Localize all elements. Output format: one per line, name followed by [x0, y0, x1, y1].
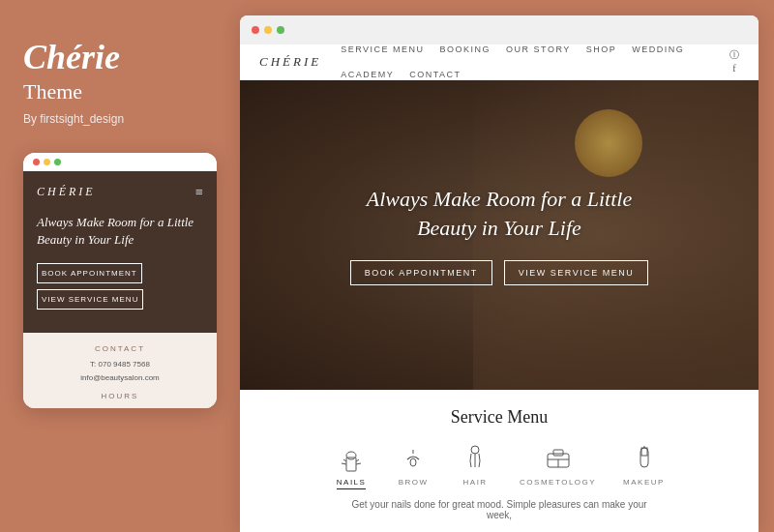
mobile-dot-red — [33, 159, 40, 165]
svg-point-6 — [410, 458, 416, 466]
nails-icon — [334, 439, 369, 474]
hero-heading: Always Make Room for a Little Beauty in … — [350, 185, 648, 242]
cosmetology-icon — [541, 439, 576, 474]
mobile-contact-title: CONTACT — [37, 344, 203, 353]
service-title: Service Menu — [259, 407, 739, 428]
theme-subtitle: Theme — [23, 79, 124, 104]
instagram-icon[interactable]: Ⓘ — [729, 49, 739, 61]
svg-rect-10 — [553, 450, 563, 456]
service-label-hair: HAIR — [463, 478, 488, 487]
service-label-brow: BROW — [399, 478, 429, 487]
theme-author: By firstsight_design — [23, 112, 124, 126]
site-nav-icons: Ⓘ f — [729, 49, 739, 74]
site-content: CHÉRIE SERVICE MENU BOOKING OUR STORY SH… — [240, 44, 759, 532]
svg-point-1 — [346, 452, 356, 459]
svg-point-8 — [471, 446, 479, 454]
site-nav: CHÉRIE SERVICE MENU BOOKING OUR STORY SH… — [240, 44, 759, 80]
mobile-logo: CHÉRIE — [37, 185, 96, 199]
hair-icon — [458, 439, 492, 474]
service-item-nails[interactable]: NAILS — [334, 439, 369, 489]
svg-line-5 — [356, 463, 361, 464]
site-nav-links: SERVICE MENU BOOKING OUR STORY SHOP WEDD… — [341, 44, 729, 79]
service-label-makeup: MAKEUP — [623, 478, 665, 487]
service-section: Service Menu NAILS — [240, 390, 759, 532]
browser-dot-yellow — [264, 26, 272, 34]
nav-contact[interactable]: CONTACT — [409, 70, 461, 79]
mobile-hours-title: HOURS — [37, 392, 203, 400]
service-description: Get your nails done for great mood. Simp… — [344, 499, 654, 520]
makeup-icon — [627, 439, 662, 474]
nav-wedding[interactable]: WEDDING — [632, 44, 684, 54]
service-item-cosmetology[interactable]: COSMETOLOGY — [520, 439, 596, 489]
mobile-contact-section: CONTACT T: 070 9485 7568 info@beautysalo… — [23, 333, 217, 408]
service-icons-row: NAILS BROW — [259, 439, 739, 489]
mobile-dot-yellow — [44, 159, 50, 165]
svg-rect-14 — [641, 448, 647, 456]
svg-line-4 — [342, 463, 346, 464]
site-logo: CHÉRIE — [259, 54, 321, 70]
browser-dot-red — [252, 26, 259, 34]
mobile-hero-section: CHÉRIE ≡ Always Make Room for a Little B… — [23, 171, 217, 334]
service-item-brow[interactable]: BROW — [396, 439, 431, 489]
mobile-dots-bar — [23, 153, 217, 171]
mobile-book-button[interactable]: BOOK APPOINTMENT — [37, 263, 142, 283]
mobile-nav: CHÉRIE ≡ — [37, 185, 203, 200]
mobile-service-button[interactable]: VIEW SERVICE MENU — [37, 289, 143, 310]
nav-our-story[interactable]: OUR STORY — [506, 44, 571, 54]
service-item-hair[interactable]: HAIR — [458, 439, 492, 489]
service-item-makeup[interactable]: MAKEUP — [623, 439, 665, 489]
nav-booking[interactable]: BOOKING — [440, 44, 491, 54]
brow-icon — [396, 439, 431, 474]
hero-service-button[interactable]: VIEW SERVICE MENU — [504, 260, 648, 285]
left-panel: Chérie Theme By firstsight_design CHÉRIE… — [0, 0, 232, 532]
theme-title: Chérie Theme By firstsight_design — [23, 39, 124, 126]
browser-dot-green — [277, 26, 284, 34]
nav-service-menu[interactable]: SERVICE MENU — [341, 44, 424, 54]
mobile-hero-text: Always Make Room for a Little Beauty in … — [37, 214, 203, 251]
browser-bar — [240, 15, 759, 44]
service-label-nails: NAILS — [337, 478, 367, 489]
theme-name: Chérie — [23, 39, 124, 77]
mobile-dot-green — [54, 159, 61, 165]
hamburger-icon[interactable]: ≡ — [195, 185, 203, 200]
mobile-contact-email: info@beautysalon.com — [37, 371, 203, 385]
nav-shop[interactable]: SHOP — [586, 44, 617, 54]
nav-academy[interactable]: ACADEMY — [341, 70, 394, 79]
mobile-mockup: CHÉRIE ≡ Always Make Room for a Little B… — [23, 153, 217, 409]
hero-book-button[interactable]: BOOK APPOINTMENT — [350, 260, 492, 285]
hero-buttons: BOOK APPOINTMENT VIEW SERVICE MENU — [350, 260, 648, 285]
hero-content: Always Make Room for a Little Beauty in … — [331, 165, 668, 304]
mobile-contact-phone: T: 070 9485 7568 — [37, 358, 203, 371]
browser-mockup: CHÉRIE SERVICE MENU BOOKING OUR STORY SH… — [240, 15, 759, 532]
service-label-cosmetology: COSMETOLOGY — [520, 478, 596, 487]
facebook-icon[interactable]: f — [732, 63, 735, 74]
site-hero: Always Make Room for a Little Beauty in … — [240, 80, 759, 390]
